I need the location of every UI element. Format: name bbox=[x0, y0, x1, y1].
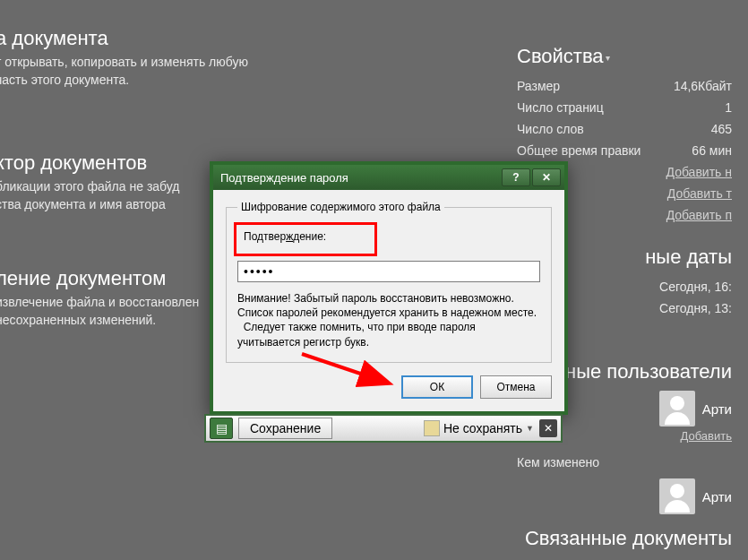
avatar-icon bbox=[659, 391, 695, 426]
password-confirm-input[interactable] bbox=[237, 261, 540, 282]
add-author-link[interactable]: Добавить bbox=[681, 429, 732, 443]
doc-section: а документа т открывать, копировать и из… bbox=[0, 27, 282, 89]
prop-value: 465 bbox=[711, 122, 732, 136]
changed-by-row: Кем изменено bbox=[517, 452, 732, 473]
confirm-label: Подтверждение: bbox=[244, 230, 367, 243]
app-icon[interactable]: ▤ bbox=[210, 418, 233, 439]
prop-row: Число страниц 1 bbox=[517, 97, 732, 118]
prop-label: Число страниц bbox=[517, 100, 604, 115]
user-row: Арти bbox=[517, 478, 732, 514]
date-value: Сегодня, 16: bbox=[659, 280, 732, 294]
chevron-down-icon: ▼ bbox=[526, 424, 534, 433]
prop-value: 14,6Кбайт bbox=[674, 79, 732, 93]
doc-section-text: т открывать, копировать и изменять любую… bbox=[0, 54, 282, 89]
dock-close-button[interactable]: ✕ bbox=[539, 419, 557, 437]
user-name: Арти bbox=[702, 489, 732, 504]
password-confirm-dialog: Подтверждение пароля ? ✕ Шифрование соде… bbox=[210, 161, 568, 415]
fieldset-legend: Шифрование содержимого этого файла bbox=[237, 201, 444, 213]
prop-value: 66 мин bbox=[692, 143, 732, 158]
dialog-titlebar[interactable]: Подтверждение пароля ? ✕ bbox=[213, 165, 564, 190]
avatar-icon bbox=[659, 478, 695, 514]
prop-row: Число слов 465 bbox=[517, 118, 732, 140]
prop-row: Размер 14,6Кбайт bbox=[517, 75, 732, 97]
changed-by-label: Кем изменено bbox=[517, 455, 599, 470]
save-button[interactable]: Сохранение bbox=[238, 418, 332, 439]
prop-label: Число слов bbox=[517, 122, 584, 136]
dont-save-label: Не сохранять bbox=[443, 421, 522, 435]
dont-save-dropdown[interactable]: Не сохранять ▼ bbox=[424, 420, 534, 436]
related-docs-header: Связанные документы bbox=[517, 527, 732, 550]
close-button[interactable]: ✕ bbox=[532, 168, 561, 186]
dialog-title: Подтверждение пароля bbox=[220, 171, 500, 185]
help-button[interactable]: ? bbox=[502, 168, 530, 186]
highlight-annotation: Подтверждение: bbox=[234, 222, 377, 256]
properties-header[interactable]: Свойства bbox=[517, 45, 732, 68]
tool-icon bbox=[424, 420, 440, 436]
add-link[interactable]: Добавить т bbox=[667, 186, 732, 201]
add-link[interactable]: Добавить п bbox=[666, 208, 732, 222]
prop-row: Общее время правки 66 мин bbox=[517, 140, 732, 161]
ok-button[interactable]: ОК bbox=[401, 375, 473, 399]
warning-text: Внимание! Забытый пароль восстановить не… bbox=[237, 291, 540, 349]
add-link[interactable]: Добавить н bbox=[666, 165, 733, 179]
encrypt-fieldset: Шифрование содержимого этого файла Подтв… bbox=[226, 201, 552, 363]
prop-label: Размер bbox=[517, 79, 560, 93]
user-name: Арти bbox=[702, 401, 732, 417]
cancel-button[interactable]: Отмена bbox=[480, 375, 552, 399]
doc-section-title: а документа bbox=[0, 27, 282, 50]
dialog-body: Шифрование содержимого этого файла Подтв… bbox=[213, 190, 564, 411]
prop-label: Общее время правки bbox=[517, 143, 641, 158]
date-value: Сегодня, 13: bbox=[659, 301, 732, 315]
dock-bar: ▤ Сохранение Не сохранять ▼ ✕ bbox=[204, 414, 563, 443]
prop-value: 1 bbox=[725, 100, 732, 115]
